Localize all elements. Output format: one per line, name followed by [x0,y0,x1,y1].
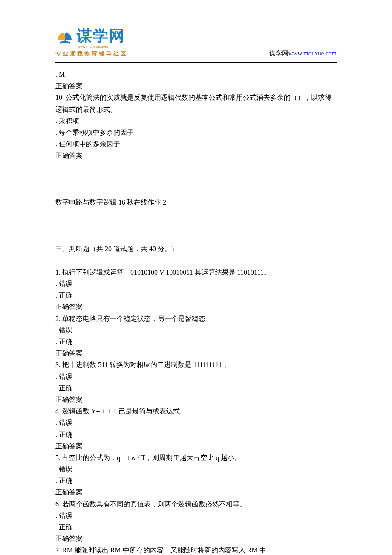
q2-opt-right: . 正确 [55,336,337,347]
q4-answer-label: 正确答案： [55,440,337,452]
q2-opt-wrong: . 错误 [55,324,337,336]
header-site-link[interactable]: www.mouxue.com [288,50,337,57]
q3-prompt: 3. 把十进制数 511 转换为对相应的二进制数是 111111111 。 [55,359,337,370]
gap [55,208,337,243]
q1-opt-right: . 正确 [55,289,337,301]
q7-prompt: 7. RM 能随时读出 RM 中所存的内容，又能随时将新的内容写入 RM 中 [55,544,337,555]
q4-opt-right: . 正确 [55,429,337,440]
q10-opt1: . 乘积项 [55,115,337,127]
page-header: 谋学网 www.mouxue.com 专业远程教育辅导社区 谋学网www.mou… [55,26,337,58]
section-title: 数字电路与数字逻辑 16 秋在线作业 2 [55,197,337,208]
logo-brand-name: 谋学网 [77,26,125,46]
header-divider [55,62,337,63]
q2-prompt: 2. 单稳态电路只有一个稳定状态，另一个是暂稳态 [55,313,337,324]
q10-prompt: 10. 公式化简法的实质就是反复使用逻辑代数的基本公式和常用公式消去多余的（），… [55,92,337,115]
q1-opt-wrong: . 错误 [55,278,337,289]
logo-subtitle: 专业远程教育辅导社区 [55,50,128,58]
q3-opt-wrong: . 错误 [55,371,337,382]
q6-opt-right: . 正确 [55,521,337,533]
document-page: 谋学网 www.mouxue.com 专业远程教育辅导社区 谋学网www.mou… [0,0,392,555]
q2-answer-label: 正确答案： [55,347,337,359]
logo-icon [55,29,74,46]
prev-answer-label: 正确答案： [55,80,337,92]
q5-answer-label: 正确答案： [55,486,337,498]
q5-opt-wrong: . 错误 [55,463,337,475]
q6-answer-label: 正确答案： [55,533,337,544]
site-logo: 谋学网 www.mouxue.com 专业远程教育辅导社区 [55,26,128,58]
q5-opt-right: . 正确 [55,475,337,486]
q6-opt-wrong: . 错误 [55,510,337,521]
q5-prompt: 5. 占空比的公式为：q = t w / T，则周期 T 越大占空比 q 越小。 [55,452,337,463]
q10-answer-label: 正确答案： [55,150,337,161]
logo-top-row: 谋学网 www.mouxue.com [55,26,128,49]
header-site-name: 谋学网 [269,50,288,57]
document-content: . M 正确答案： 10. 公式化简法的实质就是反复使用逻辑代数的基本公式和常用… [55,69,337,555]
prev-option-m: . M [55,69,337,80]
q6-prompt: 6. 若两个函数具有不同的真值表，则两个逻辑函数必然不相等。 [55,498,337,510]
q1-answer-label: 正确答案： [55,301,337,312]
logo-text-block: 谋学网 www.mouxue.com [77,26,125,49]
part-header: 三、判断题（共 20 道试题，共 40 分。） [55,243,337,254]
gap [55,254,337,266]
q4-prompt: 4. 逻辑函数 Y= + + + 已是最简与或表达式。 [55,405,337,417]
q10-opt2: . 每个乘积项中多余的因子 [55,127,337,138]
q3-opt-right: . 正确 [55,382,337,394]
gap [55,162,337,197]
q4-opt-wrong: . 错误 [55,417,337,428]
q10-opt3: . 任何项中的多余因子 [55,138,337,150]
q1-prompt: 1. 执行下列逻辑或运算：01010100 V 10010011 其运算结果是 … [55,266,337,278]
q3-answer-label: 正确答案： [55,394,337,405]
header-right: 谋学网www.mouxue.com [269,49,337,58]
